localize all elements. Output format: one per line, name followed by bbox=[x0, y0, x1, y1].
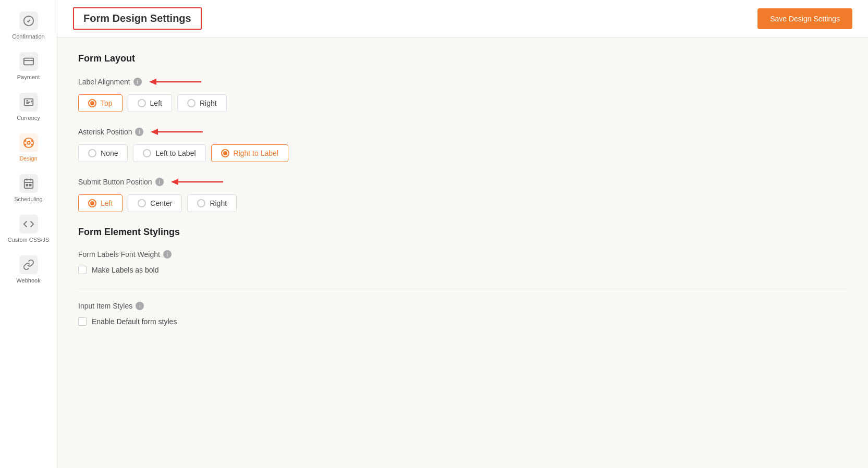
label-alignment-group: Label Alignment i Top Left bbox=[78, 77, 847, 112]
submit-btn-left[interactable]: Left bbox=[78, 194, 123, 212]
submit-btn-center-radio bbox=[138, 199, 146, 207]
sidebar-item-payment-label: Payment bbox=[17, 74, 40, 80]
svg-marker-18 bbox=[151, 129, 158, 135]
header: Form Design Settings Save Design Setting… bbox=[57, 0, 868, 38]
asterisk-left-to-label[interactable]: Left to Label bbox=[133, 144, 205, 162]
sidebar-item-currency-label: Currency bbox=[17, 115, 40, 121]
label-alignment-arrow bbox=[149, 77, 212, 87]
sidebar-item-webhook[interactable]: Webhook bbox=[0, 249, 57, 290]
submit-btn-right-radio bbox=[197, 199, 205, 207]
divider-1 bbox=[78, 289, 847, 289]
sidebar-item-webhook-label: Webhook bbox=[16, 277, 40, 284]
svg-rect-14 bbox=[29, 184, 31, 186]
asterisk-right-to-label[interactable]: Right to Label bbox=[211, 144, 288, 162]
label-alignment-left-radio bbox=[138, 99, 146, 107]
submit-button-position-info-icon[interactable]: i bbox=[155, 178, 164, 186]
input-item-styles-checkbox-group: Enable Default form styles bbox=[78, 317, 847, 326]
asterisk-position-arrow bbox=[151, 127, 213, 137]
input-item-styles-info-icon[interactable]: i bbox=[136, 302, 144, 310]
submit-btn-right[interactable]: Right bbox=[187, 194, 237, 212]
asterisk-right-to-label-radio bbox=[221, 149, 229, 157]
form-layout-title: Form Layout bbox=[78, 53, 847, 64]
svg-marker-16 bbox=[149, 79, 156, 85]
submit-btn-left-radio bbox=[88, 199, 96, 207]
submit-button-position-group: Submit Button Position i Left Center bbox=[78, 177, 847, 212]
enable-default-form-styles-checkbox[interactable] bbox=[78, 317, 87, 326]
label-alignment-right[interactable]: Right bbox=[177, 94, 227, 112]
sidebar-item-design-label: Design bbox=[19, 155, 37, 162]
page-title: Form Design Settings bbox=[83, 13, 191, 24]
payment-icon bbox=[19, 52, 38, 71]
enable-default-form-styles-label: Enable Default form styles bbox=[92, 317, 177, 326]
asterisk-none-radio bbox=[88, 149, 96, 157]
font-weight-group: Form Labels Font Weight i Make Labels as… bbox=[78, 250, 847, 274]
font-weight-info-icon[interactable]: i bbox=[163, 250, 172, 258]
label-alignment-right-radio bbox=[187, 99, 195, 107]
sidebar-item-confirmation[interactable]: Confirmation bbox=[0, 5, 57, 46]
webhook-icon bbox=[19, 255, 38, 274]
submit-button-position-arrow bbox=[171, 177, 234, 187]
label-alignment-top[interactable]: Top bbox=[78, 94, 123, 112]
form-element-stylings-title: Form Element Stylings bbox=[78, 227, 847, 238]
confirmation-icon bbox=[19, 11, 38, 30]
sidebar-item-custom-css-js[interactable]: Custom CSS/JS bbox=[0, 208, 57, 249]
asterisk-none[interactable]: None bbox=[78, 144, 128, 162]
submit-btn-center[interactable]: Center bbox=[128, 194, 182, 212]
custom-css-js-icon bbox=[19, 215, 38, 233]
font-weight-checkbox-group: Make Labels as bold bbox=[78, 266, 847, 274]
svg-point-4 bbox=[27, 141, 30, 144]
svg-marker-20 bbox=[171, 179, 178, 185]
sidebar-item-currency[interactable]: Currency bbox=[0, 87, 57, 127]
sidebar-item-scheduling[interactable]: Scheduling bbox=[0, 168, 57, 208]
label-alignment-label: Label Alignment i bbox=[78, 77, 847, 87]
svg-rect-9 bbox=[24, 180, 33, 189]
make-labels-bold-checkbox[interactable] bbox=[78, 266, 87, 274]
font-weight-label: Form Labels Font Weight i bbox=[78, 250, 847, 258]
main-content: Form Design Settings Save Design Setting… bbox=[57, 0, 868, 468]
content-area: Form Layout Label Alignment i Top bbox=[57, 38, 868, 468]
sidebar-item-custom-css-js-label: Custom CSS/JS bbox=[8, 237, 49, 243]
sidebar: Confirmation Payment Currency bbox=[0, 0, 57, 468]
asterisk-position-info-icon[interactable]: i bbox=[135, 128, 143, 136]
asterisk-position-label: Asterisk Position i bbox=[78, 127, 847, 137]
sidebar-item-scheduling-label: Scheduling bbox=[14, 196, 42, 202]
currency-icon bbox=[19, 93, 38, 112]
asterisk-position-options: None Left to Label Right to Label bbox=[78, 144, 847, 162]
make-labels-bold-label: Make Labels as bold bbox=[92, 266, 158, 274]
asterisk-left-to-label-radio bbox=[143, 149, 151, 157]
save-design-settings-button[interactable]: Save Design Settings bbox=[757, 8, 852, 29]
submit-button-position-options: Left Center Right bbox=[78, 194, 847, 212]
sidebar-item-confirmation-label: Confirmation bbox=[12, 33, 44, 40]
asterisk-position-group: Asterisk Position i None Left to Label bbox=[78, 127, 847, 162]
page-title-box: Form Design Settings bbox=[73, 7, 202, 30]
label-alignment-info-icon[interactable]: i bbox=[133, 78, 142, 86]
sidebar-item-design[interactable]: Design bbox=[0, 127, 57, 168]
label-alignment-left[interactable]: Left bbox=[128, 94, 172, 112]
design-icon bbox=[19, 133, 38, 152]
label-alignment-top-radio bbox=[88, 99, 96, 107]
svg-rect-13 bbox=[26, 184, 28, 186]
scheduling-icon bbox=[19, 174, 38, 193]
sidebar-item-payment[interactable]: Payment bbox=[0, 46, 57, 87]
svg-rect-1 bbox=[23, 58, 33, 65]
submit-button-position-label: Submit Button Position i bbox=[78, 177, 847, 187]
input-item-styles-label: Input Item Styles i bbox=[78, 302, 847, 310]
input-item-styles-group: Input Item Styles i Enable Default form … bbox=[78, 302, 847, 326]
label-alignment-options: Top Left Right bbox=[78, 94, 847, 112]
